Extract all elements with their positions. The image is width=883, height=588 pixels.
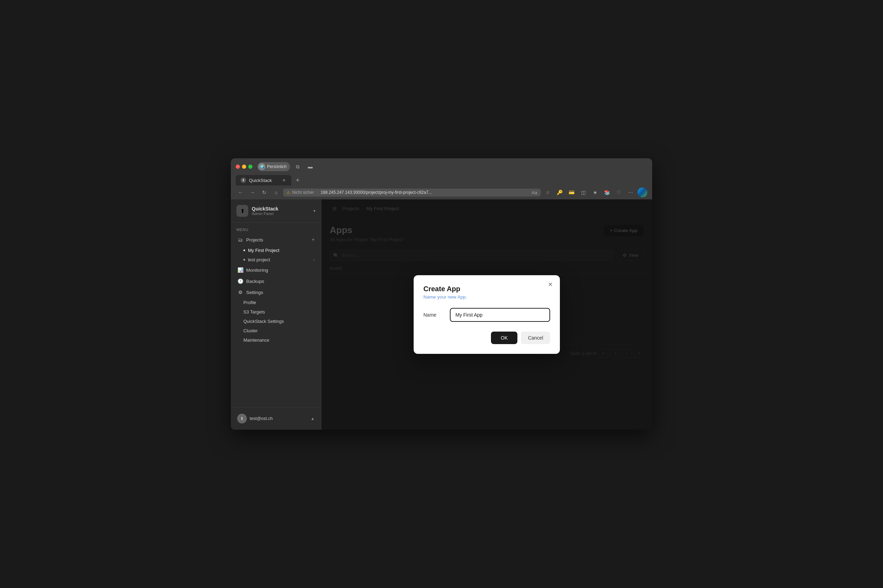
split-view-icon[interactable]: ▬ <box>305 162 315 171</box>
projects-label: Projects <box>246 237 263 243</box>
home-btn[interactable]: ⌂ <box>271 188 281 197</box>
sidebar-sub-item-my-first-project[interactable]: My First Project <box>234 246 318 255</box>
maximize-window-btn[interactable] <box>248 165 253 169</box>
url-text: 188.245.247.143:30000/project/proj-my-fi… <box>321 190 529 195</box>
s3-label: S3 Targets <box>244 309 265 315</box>
sidebar-brand: QuickStack Admin Panel <box>252 206 310 216</box>
address-bar[interactable]: ⚠ Nicht sicher | 188.245.247.143:30000/p… <box>283 189 541 196</box>
sidebar-header: ⬆ QuickStack Admin Panel ▾ <box>231 200 321 223</box>
sidebar-item-backups[interactable]: 🕐 Backups <box>234 276 318 287</box>
user-email: test@ost.ch <box>250 416 308 421</box>
share-btn[interactable]: ♡ <box>614 188 624 197</box>
new-tab-btn[interactable]: + <box>293 176 302 185</box>
user-chevron-up: ▲ <box>311 416 315 421</box>
tab-close-btn[interactable]: ✕ <box>281 177 287 183</box>
edge-icon[interactable] <box>638 188 647 197</box>
sidebar-item-monitoring[interactable]: 📊 Monitoring <box>234 264 318 276</box>
qs-settings-label: QuickStack Settings <box>244 319 284 324</box>
traffic-lights <box>236 165 253 169</box>
title-bar: 🌍 Persönlich ⧉ ▬ <box>231 158 652 175</box>
security-warning: ⚠ <box>287 190 290 195</box>
maintenance-label: Maintenance <box>244 338 269 343</box>
sidebar-sub-item-maintenance[interactable]: Maintenance <box>234 335 318 345</box>
cluster-label: Cluster <box>244 328 258 333</box>
modal-form-row: Name <box>423 308 550 322</box>
close-window-btn[interactable] <box>236 165 240 169</box>
security-label: Nicht sicher <box>292 190 314 195</box>
modal-ok-btn[interactable]: OK <box>491 332 517 344</box>
projects-icon: 🗂 <box>237 237 244 243</box>
collections-btn[interactable]: 📚 <box>602 188 612 197</box>
my-first-project-label: My First Project <box>248 248 279 253</box>
bookmark-btn[interactable]: ☆ <box>543 188 552 197</box>
active-dot <box>244 249 245 251</box>
monitoring-label: Monitoring <box>246 267 268 273</box>
sidebar-item-settings[interactable]: ⚙ Settings <box>234 287 318 298</box>
favorites-btn[interactable]: ★ <box>590 188 600 197</box>
profile-button[interactable]: 🌍 Persönlich <box>257 162 290 171</box>
modal-name-input[interactable] <box>450 308 550 322</box>
more-btn[interactable]: ⋯ <box>626 188 635 197</box>
projects-add-icon[interactable]: + <box>311 237 315 243</box>
tab-favicon: ⬆ <box>241 177 246 183</box>
nav-controls: ← → ↻ ⌂ ⚠ Nicht sicher | 188.245.247.143… <box>231 186 652 200</box>
app-content: ⬆ QuickStack Admin Panel ▾ Menu 🗂 Projec… <box>231 200 652 430</box>
back-btn[interactable]: ← <box>236 188 245 197</box>
sidebar-sub-item-quickstack-settings[interactable]: QuickStack Settings <box>234 316 318 326</box>
browser-window: 🌍 Persönlich ⧉ ▬ ⬆ QuickStack ✕ + ← → ↻ … <box>231 158 652 430</box>
sidebar-sub-item-test-project[interactable]: test project › <box>234 255 318 264</box>
tab-manager-icon[interactable]: ⧉ <box>293 162 302 171</box>
modal-close-btn[interactable]: ✕ <box>546 280 554 288</box>
tab-title: QuickStack <box>249 178 272 183</box>
backups-icon: 🕐 <box>237 278 244 284</box>
modal-subtitle: Name your new App. <box>423 294 550 300</box>
reader-icon[interactable]: Aa <box>532 190 537 195</box>
sidebar-logo: ⬆ <box>236 205 248 217</box>
profile-label: Persönlich <box>267 164 287 169</box>
modal-actions: OK Cancel <box>423 332 550 344</box>
sidebar-menu-label: Menu <box>231 223 321 234</box>
user-avatar: t <box>237 414 247 423</box>
backups-label: Backups <box>246 279 264 284</box>
sidebar-footer: t test@ost.ch ▲ <box>231 407 321 430</box>
sidebar-btn[interactable]: ◫ <box>578 188 588 197</box>
minimize-window-btn[interactable] <box>242 165 246 169</box>
brand-name: QuickStack <box>252 206 310 212</box>
active-tab[interactable]: ⬆ QuickStack ✕ <box>236 175 292 186</box>
profile-label-sidebar: Profile <box>244 300 256 305</box>
sidebar-nav: 🗂 Projects + My First Project test proje… <box>231 234 321 345</box>
create-app-modal: ✕ Create App Name your new App. Name OK … <box>414 275 560 354</box>
modal-backdrop: ✕ Create App Name your new App. Name OK … <box>321 200 652 430</box>
inactive-dot <box>244 259 245 261</box>
sidebar-sub-item-s3[interactable]: S3 Targets <box>234 307 318 316</box>
main-content: ⊞ Projects › My First Project Apps All A… <box>321 200 652 430</box>
sidebar-sub-item-profile[interactable]: Profile <box>234 298 318 307</box>
sidebar-sub-item-cluster[interactable]: Cluster <box>234 326 318 335</box>
extension-btn[interactable]: 🔑 <box>555 188 564 197</box>
modal-name-label: Name <box>423 312 444 318</box>
wallet-btn[interactable]: 💳 <box>567 188 576 197</box>
refresh-btn[interactable]: ↻ <box>259 188 269 197</box>
sidebar-item-projects[interactable]: 🗂 Projects + <box>234 234 318 246</box>
modal-cancel-btn[interactable]: Cancel <box>521 332 550 344</box>
brand-sub: Admin Panel <box>252 212 310 216</box>
test-project-label: test project <box>248 257 270 262</box>
sidebar: ⬆ QuickStack Admin Panel ▾ Menu 🗂 Projec… <box>231 200 321 430</box>
tab-bar: ⬆ QuickStack ✕ + <box>231 175 652 186</box>
modal-title: Create App <box>423 285 550 293</box>
test-project-chevron[interactable]: › <box>313 258 315 262</box>
settings-icon: ⚙ <box>237 290 244 295</box>
monitoring-icon: 📊 <box>237 267 244 273</box>
profile-avatar: 🌍 <box>258 163 265 170</box>
sidebar-user[interactable]: t test@ost.ch ▲ <box>235 412 317 426</box>
settings-label: Settings <box>246 290 263 295</box>
sidebar-header-chevron[interactable]: ▾ <box>313 208 316 213</box>
forward-btn[interactable]: → <box>248 188 257 197</box>
browser-chrome: 🌍 Persönlich ⧉ ▬ ⬆ QuickStack ✕ + ← → ↻ … <box>231 158 652 200</box>
